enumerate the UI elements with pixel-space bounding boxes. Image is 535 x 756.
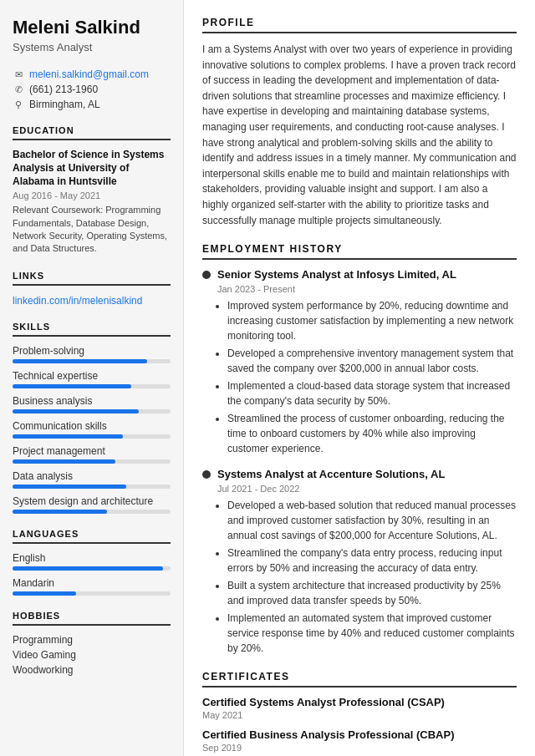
skill-bar-bg — [13, 384, 171, 388]
skill-item: Technical expertise — [13, 370, 171, 388]
skill-bar-fill — [13, 510, 107, 514]
job-bullet: Improved system performance by 20%, redu… — [227, 298, 517, 343]
job-bullet: Implemented a cloud-based data storage s… — [227, 378, 517, 408]
phone-icon: ✆ — [13, 84, 24, 95]
skill-item: Communication skills — [13, 420, 171, 439]
email-link[interactable]: meleni.salkind@gmail.com — [29, 68, 149, 80]
skill-bar-bg — [13, 409, 171, 414]
certificate-name: Certified Systems Analyst Professional (… — [202, 696, 517, 708]
language-bar-fill — [13, 591, 76, 596]
location-icon: ⚲ — [13, 99, 24, 110]
job-bullet: Built a system architecture that increas… — [227, 578, 517, 608]
education-coursework: Relevant Coursework: Programming Fundame… — [13, 204, 171, 256]
main-content: PROFILE I am a Systems Analyst with over… — [184, 0, 535, 756]
candidate-name: Meleni Salkind — [13, 17, 171, 38]
skill-bar-bg — [13, 510, 171, 514]
job-bullets: Developed a web-based solution that redu… — [217, 498, 517, 656]
skill-item: Business analysis — [13, 395, 171, 414]
job-bullet: Implemented an automated system that imp… — [227, 611, 517, 656]
job-bullet: Developed a web-based solution that redu… — [227, 498, 517, 543]
contact-location: ⚲ Birmingham, AL — [13, 99, 171, 110]
languages-section-title: LANGUAGES — [13, 529, 171, 544]
language-bar-bg — [13, 566, 171, 571]
job-dot — [202, 470, 211, 479]
certificate-name: Certified Business Analysis Professional… — [202, 728, 517, 741]
job-bullet: Developed a comprehensive inventory mana… — [227, 346, 517, 376]
skill-label: Data analysis — [13, 470, 171, 482]
education-degree: Bachelor of Science in Systems Analysis … — [13, 149, 171, 188]
language-label: Mandarin — [13, 577, 171, 589]
certificates-section-title: CERTIFICATES — [202, 671, 517, 688]
location-text: Birmingham, AL — [29, 99, 100, 110]
links-section-title: LINKS — [13, 271, 171, 286]
job-dot — [202, 271, 211, 279]
skill-bar-bg — [13, 434, 171, 439]
skill-bar-bg — [13, 359, 171, 363]
languages-list: English Mandarin — [13, 552, 171, 596]
skill-bar-bg — [13, 485, 171, 489]
certificate-item: Certified Business Analysis Professional… — [202, 728, 517, 753]
job-item: Systems Analyst at Accenture Solutions, … — [202, 468, 517, 656]
language-bar-bg — [13, 591, 171, 596]
job-header: Senior Systems Analyst at Infosys Limite… — [202, 268, 517, 281]
certificate-date: May 2021 — [202, 710, 517, 720]
education-section-title: EDUCATION — [13, 125, 171, 140]
certificate-date: Sep 2019 — [202, 743, 517, 753]
certificate-item: Certified Systems Analyst Professional (… — [202, 696, 517, 720]
candidate-title: Systems Analyst — [13, 41, 171, 53]
education-dates: Aug 2016 - May 2021 — [13, 190, 171, 200]
skill-bar-fill — [13, 359, 147, 363]
hobbies-list: ProgrammingVideo GamingWoodworking — [13, 634, 171, 676]
skill-label: Problem-solving — [13, 345, 171, 357]
hobby-item: Programming — [13, 634, 171, 646]
skill-label: Business analysis — [13, 395, 171, 407]
employment-section-title: EMPLOYMENT HISTORY — [202, 243, 517, 260]
contact-section: ✉ meleni.salkind@gmail.com ✆ (661) 213-1… — [13, 68, 171, 110]
language-label: English — [13, 552, 171, 564]
contact-phone: ✆ (661) 213-1960 — [13, 84, 171, 95]
skill-item: Data analysis — [13, 470, 171, 489]
skill-bar-fill — [13, 384, 131, 388]
skill-bar-fill — [13, 409, 139, 414]
jobs-list: Senior Systems Analyst at Infosys Limite… — [202, 268, 517, 656]
job-bullet: Streamlined the process of customer onbo… — [227, 411, 517, 456]
linkedin-link[interactable]: linkedin.com/in/melenisalkind — [13, 295, 142, 307]
email-icon: ✉ — [13, 69, 24, 80]
skill-bar-bg — [13, 459, 171, 464]
profile-section-title: PROFILE — [202, 17, 517, 33]
certificates-list: Certified Systems Analyst Professional (… — [202, 696, 517, 753]
skill-bar-fill — [13, 434, 123, 439]
job-header: Systems Analyst at Accenture Solutions, … — [202, 468, 517, 480]
skill-bar-fill — [13, 485, 126, 489]
skill-label: Communication skills — [13, 420, 171, 432]
job-dates: Jul 2021 - Dec 2022 — [217, 484, 517, 494]
job-dates: Jan 2023 - Present — [217, 284, 517, 294]
profile-text: I am a Systems Analyst with over two yea… — [202, 42, 517, 228]
sidebar: Meleni Salkind Systems Analyst ✉ meleni.… — [0, 0, 184, 756]
language-item: Mandarin — [13, 577, 171, 596]
skill-bar-fill — [13, 459, 115, 464]
linkedin-link-item: linkedin.com/in/melenisalkind — [13, 294, 171, 307]
job-bullet: Streamlined the company's data entry pro… — [227, 545, 517, 576]
job-item: Senior Systems Analyst at Infosys Limite… — [202, 268, 517, 456]
skill-label: Project management — [13, 445, 171, 457]
contact-email: ✉ meleni.salkind@gmail.com — [13, 68, 171, 80]
skill-label: System design and architecture — [13, 495, 171, 507]
job-bullets: Improved system performance by 20%, redu… — [217, 298, 517, 456]
language-bar-fill — [13, 566, 163, 571]
job-title: Senior Systems Analyst at Infosys Limite… — [217, 268, 456, 281]
skill-label: Technical expertise — [13, 370, 171, 382]
skill-item: Project management — [13, 445, 171, 464]
skills-list: Problem-solving Technical expertise Busi… — [13, 345, 171, 514]
skill-item: Problem-solving — [13, 345, 171, 363]
phone-text: (661) 213-1960 — [29, 84, 98, 95]
skill-item: System design and architecture — [13, 495, 171, 514]
hobbies-section-title: HOBBIES — [13, 611, 171, 626]
skills-section-title: SKILLS — [13, 322, 171, 337]
hobby-item: Woodworking — [13, 664, 171, 676]
job-title: Systems Analyst at Accenture Solutions, … — [217, 468, 445, 480]
hobby-item: Video Gaming — [13, 649, 171, 661]
language-item: English — [13, 552, 171, 571]
